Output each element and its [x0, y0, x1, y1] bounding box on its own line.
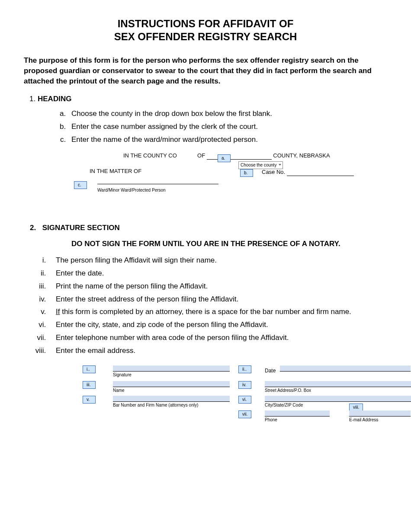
title-line-2: SEX OFFENDER REGISTRY SEARCH — [114, 31, 297, 42]
caption-of: OF — [197, 152, 205, 159]
title-line-1: INSTRUCTIONS FOR AFFIDAVIT OF — [118, 18, 294, 29]
callout-v: v. — [83, 396, 96, 404]
date-input[interactable] — [280, 365, 411, 372]
callout-iii: iii. — [83, 381, 96, 389]
street-label: Street Address/P.O. Box — [265, 388, 411, 394]
street-input[interactable] — [265, 381, 411, 387]
purpose-paragraph: The purpose of this form is for the pers… — [24, 55, 387, 86]
illustration-heading: IN THE COUNTY CO OF COUNTY, NEBRASKA a. … — [50, 149, 387, 201]
date-field — [280, 365, 411, 372]
section-2-heading: SIGNATURE SECTION — [42, 224, 120, 232]
item-2-v: If this form is completed by an attorney… — [48, 307, 387, 317]
callout-c: c. — [74, 181, 87, 189]
caption-line-2: IN THE MATTER OF — [90, 167, 141, 175]
county-blank[interactable] — [207, 154, 272, 160]
caption-post: COUNTY, NEBRASKA — [273, 152, 330, 159]
email-input[interactable] — [349, 410, 411, 417]
phone-label: Phone — [265, 417, 330, 423]
section-2-items: The person filing the Affidavit will sig… — [24, 255, 387, 356]
item-2-viii: Enter the email address. — [48, 346, 387, 356]
callout-b: b. — [240, 169, 253, 177]
signature-input[interactable] — [113, 365, 230, 372]
page-title: INSTRUCTIONS FOR AFFIDAVIT OF SEX OFFEND… — [24, 17, 387, 43]
bar-input[interactable] — [113, 396, 230, 402]
signature-label: Signature — [113, 372, 230, 378]
csz-field: City/State/ZIP Code — [265, 396, 411, 408]
callout-i: i.. — [83, 365, 96, 373]
illustration-signature: i.. Signature ii.. Date iii. Name iv. St… — [50, 364, 387, 433]
phone-input[interactable] — [265, 410, 330, 417]
email-label: E-mail Address — [349, 417, 411, 423]
callout-iv: iv. — [238, 381, 251, 389]
caption-pre: IN THE COUNTY CO — [123, 152, 177, 159]
csz-label: City/State/ZIP Code — [265, 402, 411, 408]
section-2-row: 2. SIGNATURE SECTION — [24, 223, 387, 233]
case-no-label: Case No. — [262, 169, 285, 175]
section-1-items: Choose the county in the drop down box b… — [38, 109, 387, 144]
section-1-heading: HEADING — [38, 95, 71, 103]
ward-blank[interactable] — [97, 184, 218, 184]
section-list: HEADING Choose the county in the drop do… — [24, 94, 387, 144]
item-2-iv: Enter the street address of the person f… — [48, 294, 387, 304]
phone-field: Phone — [265, 410, 330, 423]
section-1: HEADING Choose the county in the drop do… — [38, 94, 387, 144]
bar-label: Bar Number and Firm Name (attorneys only… — [113, 402, 230, 408]
signature-field: Signature — [113, 365, 230, 378]
section-2-num: 2. — [30, 223, 40, 233]
callout-vii: vii. — [238, 410, 251, 418]
item-1b: Enter the case number assigned by the cl… — [68, 122, 387, 132]
ward-label: Ward/Minor Ward/Protected Person — [97, 187, 166, 193]
item-2-i: The person filing the Affidavit will sig… — [48, 255, 387, 266]
callout-vi: vi. — [238, 396, 251, 404]
item-2-vii: Enter telephone number with area code of… — [48, 333, 387, 343]
bar-field: Bar Number and Firm Name (attorneys only… — [113, 396, 230, 408]
item-2-v-rest: this form is completed by an attorney, t… — [60, 308, 351, 316]
date-label: Date — [265, 367, 276, 375]
name-label: Name — [113, 388, 230, 394]
name-field: Name — [113, 381, 230, 394]
item-2-ii: Enter the date. — [48, 268, 387, 279]
item-1a: Choose the county in the drop down box b… — [68, 109, 387, 119]
name-input[interactable] — [113, 381, 230, 387]
item-2-vi: Enter the city, state, and zip code of t… — [48, 320, 387, 330]
callout-ii: ii.. — [238, 365, 251, 373]
case-no-blank[interactable] — [287, 170, 354, 176]
case-no-field: Case No. — [262, 168, 354, 176]
item-1c: Enter the name of the ward/minor ward/pr… — [68, 135, 387, 145]
street-field: Street Address/P.O. Box — [265, 381, 411, 394]
email-field: E-mail Address — [349, 410, 411, 423]
csz-input[interactable] — [265, 396, 411, 402]
signature-warning: DO NOT SIGN THE FORM UNTIL YOU ARE IN TH… — [71, 239, 387, 249]
item-2-iii: Print the name of the person filing the … — [48, 281, 387, 292]
callout-a: a. — [218, 154, 231, 162]
